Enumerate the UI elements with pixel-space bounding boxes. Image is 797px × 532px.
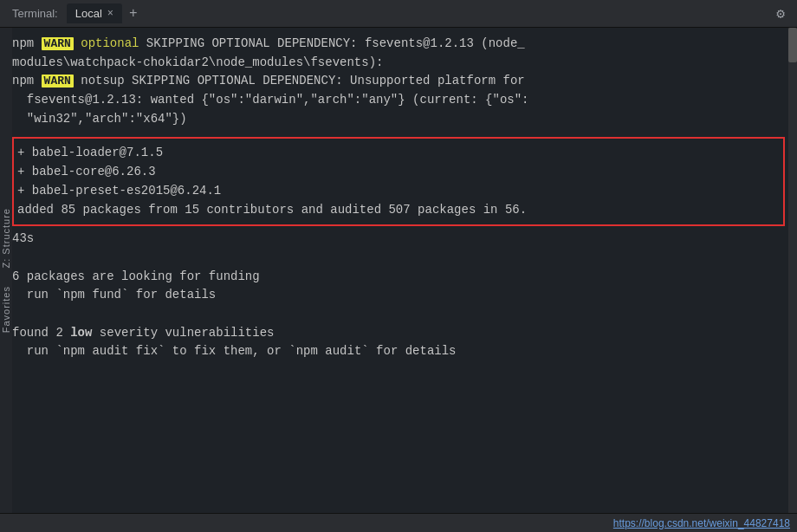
gear-icon[interactable]: ⚙ xyxy=(771,5,790,23)
box-line-3: + babel-preset-es2015@6.24.1 xyxy=(17,182,778,201)
or-word: or xyxy=(267,344,282,358)
tab-add-icon[interactable]: + xyxy=(126,6,141,22)
line-text-5: "win32","arch":"x64"}) xyxy=(12,112,187,126)
terminal-blank-1 xyxy=(12,249,785,268)
warn-badge-1: WARN xyxy=(42,37,74,50)
vuln-text-2b: `npm audit` for details xyxy=(282,344,457,358)
box-line-1: + babel-loader@7.1.5 xyxy=(17,144,778,163)
tab-bar-left: Terminal: Local × + xyxy=(7,3,141,23)
line-text-3: notsup SKIPPING OPTIONAL DEPENDENCY: Uns… xyxy=(74,74,525,88)
highlight-box: + babel-loader@7.1.5 + babel-core@6.26.3… xyxy=(12,137,785,226)
terminal-line-1: npm WARN optional SKIPPING OPTIONAL DEPE… xyxy=(12,35,785,54)
terminal-vuln-2: run `npm audit fix` to fix them, or `npm… xyxy=(12,342,785,361)
terminal-blank-2 xyxy=(12,305,785,324)
line-text-4: fsevents@1.2.13: wanted {"os":"darwin","… xyxy=(12,93,529,107)
terminal-line-2: modules\watchpack-chokidar2\node_modules… xyxy=(12,54,785,73)
terminal-line-43s: 43s xyxy=(12,230,785,249)
scrollbar-thumb[interactable] xyxy=(788,28,797,62)
funding-text-2: run `npm fund` for details xyxy=(12,288,216,302)
vuln-text-2: run `npm audit fix` to fix them, xyxy=(12,344,267,358)
terminal-funding-2: run `npm fund` for details xyxy=(12,286,785,305)
terminal-line-4: fsevents@1.2.13: wanted {"os":"darwin","… xyxy=(12,91,785,110)
box-line-2: + babel-core@6.26.3 xyxy=(17,163,778,182)
low-word: low xyxy=(70,326,92,340)
optional-text-1: optional xyxy=(74,36,139,50)
box-line-4: added 85 packages from 15 contributors a… xyxy=(17,201,778,220)
line-43s: 43s xyxy=(12,231,34,245)
scrollbar-track[interactable] xyxy=(788,28,797,513)
terminal-label: Terminal: xyxy=(7,7,63,20)
vuln-text-1: found 2 xyxy=(12,326,70,340)
funding-text-1: 6 packages are looking for funding xyxy=(12,269,260,283)
status-url[interactable]: https://blog.csdn.net/weixin_44827418 xyxy=(613,517,790,529)
status-bar: https://blog.csdn.net/weixin_44827418 xyxy=(0,513,797,532)
main-area: Z: Structure Favorites npm WARN optional… xyxy=(0,28,797,513)
local-tab[interactable]: Local × xyxy=(67,3,122,23)
terminal-funding-1: 6 packages are looking for funding xyxy=(12,268,785,287)
tab-close-icon[interactable]: × xyxy=(107,8,113,20)
terminal-line-5: "win32","arch":"x64"}) xyxy=(12,110,785,129)
terminal-vuln-1: found 2 low severity vulnerabilities xyxy=(12,324,785,343)
tab-name: Local xyxy=(75,7,102,20)
npm-prefix-2: npm xyxy=(12,74,42,88)
terminal-content: npm WARN optional SKIPPING OPTIONAL DEPE… xyxy=(0,28,797,513)
npm-prefix-1: npm xyxy=(12,36,42,50)
line-text-1: SKIPPING OPTIONAL DEPENDENCY: fsevents@1… xyxy=(139,36,524,50)
terminal-line-3: npm WARN notsup SKIPPING OPTIONAL DEPEND… xyxy=(12,72,785,91)
vuln-text-1b: severity vulnerabilities xyxy=(92,326,274,340)
warn-badge-2: WARN xyxy=(42,75,74,88)
tab-bar: Terminal: Local × + ⚙ xyxy=(0,0,797,28)
line-text-2: modules\watchpack-chokidar2\node_modules… xyxy=(12,55,383,69)
